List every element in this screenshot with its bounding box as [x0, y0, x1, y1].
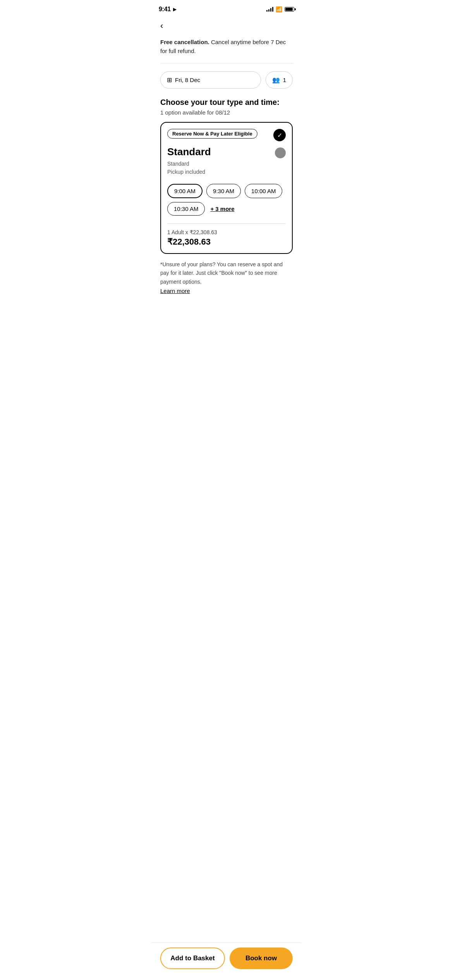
- more-times-button[interactable]: + 3 more: [209, 202, 236, 216]
- learn-more-link[interactable]: Learn more: [160, 288, 190, 294]
- status-icons: 📶: [266, 6, 294, 12]
- calendar-icon: ⊞: [167, 76, 172, 84]
- reserve-badge: Reserve Now & Pay Later Eligible: [167, 129, 257, 139]
- guests-selector-button[interactable]: 👥 1: [266, 71, 293, 89]
- status-time: 9:41: [159, 6, 171, 13]
- tour-card: Reserve Now & Pay Later Eligible ✓ Stand…: [160, 122, 293, 254]
- main-content: ‹ Free cancellation. Cancel anytime befo…: [151, 17, 302, 333]
- wifi-icon: 📶: [276, 6, 282, 12]
- location-icon: ▶: [173, 7, 177, 12]
- info-text: *Unsure of your plans? You can reserve a…: [160, 260, 293, 286]
- signal-bars-icon: [266, 7, 273, 12]
- tour-section-title: Choose your tour type and time:: [160, 98, 293, 107]
- time-slot-1[interactable]: 9:30 AM: [206, 184, 241, 198]
- date-selector-button[interactable]: ⊞ Fri, 8 Dec: [160, 71, 261, 89]
- time-slots-container: 9:00 AM 9:30 AM 10:00 AM 10:30 AM + 3 mo…: [167, 184, 286, 216]
- card-header: Reserve Now & Pay Later Eligible ✓: [167, 129, 286, 141]
- time-slot-2[interactable]: 10:00 AM: [245, 184, 282, 198]
- gray-dot-icon: [275, 147, 286, 158]
- total-price: ₹22,308.63: [167, 237, 286, 247]
- card-divider: [167, 223, 286, 224]
- cancellation-bold: Free cancellation.: [160, 39, 209, 45]
- back-arrow-icon: ‹: [160, 21, 163, 31]
- divider-line: [160, 63, 293, 63]
- date-label: Fri, 8 Dec: [175, 77, 200, 83]
- time-slot-3[interactable]: 10:30 AM: [167, 202, 205, 216]
- status-bar: 9:41 ▶ 📶: [151, 0, 302, 17]
- pricing-per-person: 1 Adult x ₹22,308.63: [167, 229, 286, 235]
- options-count: 1 option available for 08/12: [160, 109, 293, 116]
- battery-icon: [285, 7, 294, 12]
- cancellation-notice: Free cancellation. Cancel anytime before…: [160, 38, 293, 55]
- time-slot-0[interactable]: 9:00 AM: [167, 184, 202, 198]
- check-circle-icon: ✓: [273, 129, 286, 141]
- back-button[interactable]: ‹: [160, 17, 293, 35]
- guests-count: 1: [283, 77, 286, 83]
- tour-title: Standard: [167, 146, 211, 158]
- tour-description: StandardPickup included: [167, 160, 286, 176]
- selectors-row: ⊞ Fri, 8 Dec 👥 1: [160, 71, 293, 89]
- tour-type-row: Standard: [167, 146, 286, 158]
- guests-icon: 👥: [272, 76, 280, 84]
